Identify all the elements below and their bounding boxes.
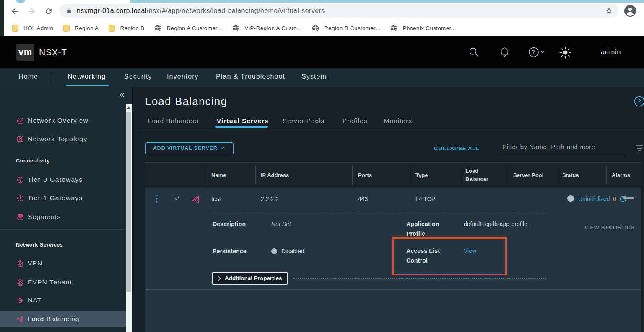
sidebar-item-network-overview[interactable]: Network Overview: [0, 113, 126, 128]
screen: nsxmgr-01a.corp.local/nsx/#/app/networks…: [0, 0, 644, 332]
tab-monitors[interactable]: Monitors: [384, 116, 412, 128]
col-type[interactable]: Type: [415, 163, 428, 187]
sidebar-item-segments[interactable]: Segments: [0, 209, 126, 224]
vpn-icon: [17, 260, 24, 267]
cell-ip-address: 2.2.2.2: [261, 188, 279, 211]
theme-sun-icon[interactable]: [559, 46, 571, 58]
user-menu[interactable]: admin: [601, 36, 621, 68]
nav-inventory[interactable]: Inventory: [167, 68, 200, 87]
tab-corner: [16, 0, 25, 3]
filter-icon[interactable]: [635, 145, 644, 152]
nsx-header: vm NSX-T ? a: [0, 36, 644, 68]
annotation-highlight-rectangle: [392, 237, 507, 275]
globe-icon: [390, 25, 397, 32]
search-icon[interactable]: [468, 46, 479, 58]
col-status[interactable]: Status: [562, 163, 579, 187]
network-topology-icon: [17, 136, 24, 143]
row-kebab-menu[interactable]: [156, 194, 158, 203]
sidebar: Network Overview Network Topology Connec…: [0, 87, 133, 332]
note-icon: [63, 25, 70, 32]
bell-icon[interactable]: [499, 46, 510, 58]
persistence-value: Disabled: [281, 247, 304, 256]
sidebar-item-network-topology[interactable]: Network Topology: [0, 131, 126, 147]
bookmark-region-b-customer[interactable]: Region B Customer...: [312, 25, 380, 32]
sidebar-item-nat[interactable]: NAT: [0, 293, 126, 308]
add-virtual-server-button[interactable]: ADD VIRTUAL SERVER: [145, 142, 234, 154]
sidebar-item-tier1-gateways[interactable]: Tier-1 Gateways: [0, 190, 126, 206]
sidebar-section-network-services: Network Services: [16, 242, 63, 248]
nav-home[interactable]: Home: [18, 68, 39, 87]
nav-plan-troubleshoot[interactable]: Plan & Troubleshoot: [216, 68, 285, 87]
nav-security[interactable]: Security: [124, 68, 151, 87]
col-name[interactable]: Name: [211, 163, 226, 187]
refresh-icon[interactable]: [619, 195, 627, 203]
desktop-edge-strip: [0, 0, 4, 36]
bookmark-region-a-customer[interactable]: Region A Customer...: [154, 25, 222, 32]
scrollbar-up-arrow[interactable]: [127, 106, 130, 109]
nav-system[interactable]: System: [301, 68, 327, 87]
bookmark-vip-region-a[interactable]: VIP-Region A Custo...: [232, 25, 302, 32]
back-icon[interactable]: [11, 7, 19, 15]
sidebar-collapse-icon[interactable]: [118, 91, 126, 99]
bookmark-hol-admin[interactable]: HOL Admin: [12, 25, 53, 32]
column-separator: [460, 166, 460, 185]
cell-name[interactable]: test: [211, 188, 221, 211]
reload-icon[interactable]: [44, 7, 53, 15]
col-server-pool[interactable]: Server Pool: [513, 163, 543, 187]
row-load-balancer-icon: [191, 195, 200, 203]
bookmarks-bar: HOL Admin Region A Region B Region A Cus…: [0, 20, 644, 36]
bookmark-region-b[interactable]: Region B: [109, 25, 144, 32]
url-bar[interactable]: nsxmgr-01a.corp.local/nsx/#/app/networks…: [60, 4, 619, 18]
page-help-icon[interactable]: ?: [634, 96, 644, 107]
view-statistics-link[interactable]: VIEW STATISTICS: [584, 225, 635, 231]
url-text: nsxmgr-01a.corp.local/nsx/#/app/networks…: [77, 4, 325, 18]
tab-load-balancers[interactable]: Load Balancers: [148, 116, 199, 128]
col-ports[interactable]: Ports: [358, 163, 372, 187]
cell-status[interactable]: Uninitialized: [578, 188, 610, 211]
description-value: Not Set: [271, 219, 291, 229]
sidebar-item-vpn[interactable]: VPN: [0, 256, 126, 271]
sidebar-item-evpn-tenant[interactable]: EVPN Tenant: [0, 275, 126, 290]
persistence-label: Persistence: [213, 247, 247, 256]
bookmark-phoenix-customer[interactable]: Phoenix Customer...: [390, 25, 456, 32]
column-separator: [206, 166, 206, 185]
load-balancing-icon: [17, 316, 24, 323]
col-ip-address[interactable]: IP Address: [261, 163, 289, 187]
sidebar-divider: [0, 229, 126, 230]
sidebar-item-load-balancing[interactable]: Load Balancing: [0, 311, 126, 327]
col-alarms[interactable]: Alarms: [612, 163, 630, 187]
row-expand-chevron[interactable]: [173, 196, 179, 200]
vmware-logo[interactable]: vm: [16, 44, 34, 61]
application-profile-value: default-tcp-lb-app-profile: [464, 219, 527, 229]
main-content: Load Balancing ? Load Balancers Virtual …: [133, 87, 644, 332]
lock-icon[interactable]: [66, 8, 72, 14]
sidebar-scrollbar[interactable]: [126, 104, 132, 332]
tab-server-pools[interactable]: Server Pools: [283, 116, 325, 128]
sidebar-item-tier0-gateways[interactable]: Tier-0 Gateways: [0, 172, 126, 187]
col-load-balancer[interactable]: Load Balancer: [465, 163, 499, 187]
scrollbar-thumb[interactable]: [126, 112, 131, 292]
help-icon[interactable]: ?: [528, 46, 540, 58]
nav-active-underline: [66, 85, 109, 86]
tier0-gateway-icon: [17, 176, 24, 183]
persistence-dot: [271, 248, 277, 254]
segments-icon: [17, 214, 24, 221]
note-icon: [12, 25, 18, 32]
nav-networking[interactable]: Networking: [68, 68, 108, 87]
globe-icon: [232, 25, 239, 32]
nat-icon: [17, 297, 24, 304]
product-title: NSX-T: [39, 36, 67, 68]
tabstrip-remnant: [130, 0, 644, 3]
tab-profiles[interactable]: Profiles: [343, 116, 368, 128]
column-separator: [508, 166, 508, 185]
filter-input[interactable]: Filter by Name, Path and more: [500, 142, 626, 155]
collapse-all-button[interactable]: COLLAPSE ALL: [434, 142, 480, 154]
additional-properties-button[interactable]: Additional Properties: [212, 272, 288, 285]
forward-icon[interactable]: [27, 7, 36, 15]
application-profile-label: Application Profile: [406, 219, 444, 239]
page-title: Load Balancing: [145, 95, 227, 108]
cell-alarms[interactable]: 0: [613, 188, 616, 211]
avatar[interactable]: [624, 5, 636, 17]
bookmark-region-a[interactable]: Region A: [63, 25, 99, 32]
bookmark-star-icon[interactable]: [605, 7, 613, 15]
